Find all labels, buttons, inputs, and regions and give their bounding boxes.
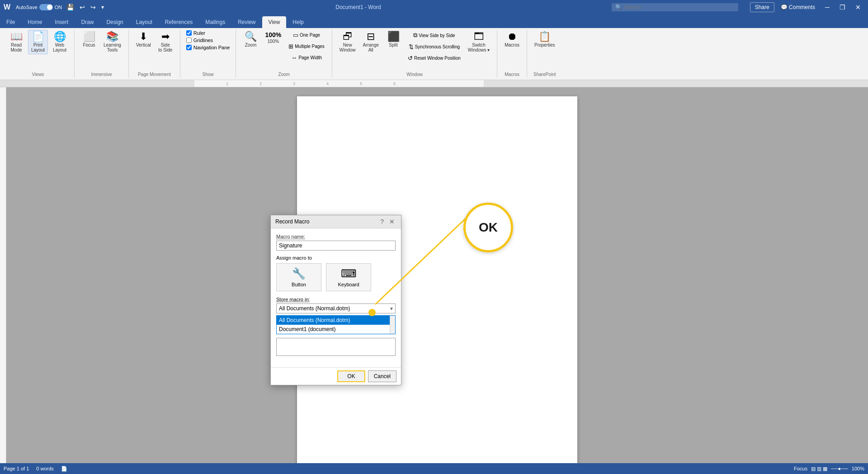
dropdown-item-all-docs[interactable]: All Documents (Normal.dotm) <box>277 316 390 325</box>
side-to-side-button[interactable]: ➡ Sideto Side <box>156 30 175 54</box>
tab-help[interactable]: Help <box>286 16 310 28</box>
tab-view[interactable]: View <box>262 16 287 28</box>
redo-icon[interactable]: ↪ <box>90 3 97 12</box>
nav-pane-checkbox[interactable] <box>186 45 192 50</box>
web-layout-button[interactable]: 🌐 WebLayout <box>50 30 70 54</box>
sync-scroll-icon: ⇅ <box>409 43 414 50</box>
button-assign-label: Button <box>292 282 306 287</box>
main-area: Record Macro ? ✕ Macro name: Assign macr… <box>0 87 868 474</box>
learning-tools-button[interactable]: 📚 LearningTools <box>101 30 124 54</box>
dialog-ok-button[interactable]: OK <box>337 370 365 382</box>
web-layout-icon: 🌐 <box>54 32 66 42</box>
dialog-help-button[interactable]: ? <box>378 218 386 225</box>
ruler-check[interactable]: Ruler <box>185 30 231 36</box>
dialog-title: Record Macro <box>275 218 309 225</box>
zoom-group-label: Zoom <box>237 72 330 77</box>
learning-tools-label: LearningTools <box>104 43 121 52</box>
title-bar-left: W AutoSave ON 💾 ↩ ↪ ▾ <box>4 3 105 12</box>
switch-windows-button[interactable]: 🗔 SwitchWindows ▾ <box>465 30 492 54</box>
zoom-button[interactable]: 🔍 Zoom <box>241 30 260 49</box>
status-bar: Page 1 of 1 0 words 📄 Focus ▤ ▥ ▦ ──●── … <box>0 463 868 474</box>
zoom-percent[interactable]: 100% <box>852 466 864 471</box>
view-side-by-side-icon: ⧉ <box>413 32 417 39</box>
multiple-pages-label: Multiple Pages <box>295 44 325 49</box>
dropdown-list: All Documents (Normal.dotm) Document1 (d… <box>276 315 396 334</box>
vertical-icon: ⬇ <box>139 32 147 42</box>
comments-button[interactable]: 💬 Comments <box>777 2 819 12</box>
read-mode-button[interactable]: 📖 ReadMode <box>6 30 26 54</box>
view-side-by-side-button[interactable]: ⧉ View Side by Side <box>405 30 463 41</box>
zoom-100-icon: 100% <box>265 32 281 38</box>
zoom-label: Zoom <box>245 43 257 47</box>
document-title: Document1 - Word <box>335 4 381 10</box>
button-assign-btn[interactable]: 🔧 Button <box>276 263 321 291</box>
vertical-label: Vertical <box>136 43 151 47</box>
page-width-icon: ↔ <box>291 54 297 61</box>
gridlines-checkbox[interactable] <box>186 38 192 43</box>
close-button[interactable]: ✕ <box>852 2 864 13</box>
minimize-button[interactable]: ─ <box>821 2 833 13</box>
properties-icon: 📋 <box>538 32 551 42</box>
one-page-button[interactable]: ▭ One Page <box>286 30 327 40</box>
zoom-icon: 🔍 <box>245 32 257 42</box>
tab-design[interactable]: Design <box>100 16 129 28</box>
dropdown-item-document1[interactable]: Document1 (document) <box>277 325 390 334</box>
nav-pane-check[interactable]: Navigation Pane <box>185 44 231 51</box>
word-count: 0 words <box>36 466 54 471</box>
tab-review[interactable]: Review <box>231 16 262 28</box>
store-select[interactable]: All Documents (Normal.dotm) Document1 (d… <box>276 303 396 313</box>
ribbon: File Home Insert Draw Design Layout Refe… <box>0 14 868 80</box>
search-input[interactable] <box>624 4 723 10</box>
undo-icon[interactable]: ↩ <box>79 3 86 12</box>
autosave-on-text: ON <box>55 5 62 10</box>
print-layout-icon: 📄 <box>32 32 44 42</box>
vertical-button[interactable]: ⬇ Vertical <box>133 30 154 49</box>
view-mode-icons: ▤ ▥ ▦ <box>811 466 827 472</box>
print-layout-button[interactable]: 📄 PrintLayout <box>28 30 48 54</box>
side-to-side-icon: ➡ <box>161 32 170 42</box>
dialog-close-button[interactable]: ✕ <box>387 218 396 225</box>
tab-draw[interactable]: Draw <box>75 16 100 28</box>
description-textarea[interactable] <box>276 338 396 356</box>
macro-name-input[interactable] <box>276 241 396 251</box>
tab-home[interactable]: Home <box>21 16 48 28</box>
ruler-checkbox[interactable] <box>186 30 192 36</box>
zoom-100-button[interactable]: 100% 100% <box>262 30 284 46</box>
dialog-titlebar-btns: ? ✕ <box>378 218 396 225</box>
focus-label[interactable]: Focus <box>794 466 807 471</box>
page-width-button[interactable]: ↔ Page Width <box>286 52 327 63</box>
tab-layout[interactable]: Layout <box>130 16 159 28</box>
restore-button[interactable]: ❐ <box>836 2 849 13</box>
more-tools-icon[interactable]: ▾ <box>100 3 105 11</box>
dialog-cancel-button[interactable]: Cancel <box>368 370 396 382</box>
macros-icon: ⏺ <box>507 32 517 42</box>
reset-window-button[interactable]: ↺ Reset Window Position <box>405 53 463 63</box>
sync-scroll-button[interactable]: ⇅ Synchronous Scrolling <box>405 42 463 52</box>
autosave-toggle[interactable] <box>39 4 53 10</box>
arrange-all-button[interactable]: ⊟ ArrangeAll <box>360 30 382 54</box>
dropdown-scrollbar[interactable] <box>390 316 395 334</box>
keyboard-assign-btn[interactable]: ⌨ Keyboard <box>326 263 371 291</box>
ribbon-group-sharepoint: 📋 Properties SharePoint <box>529 30 562 78</box>
macro-name-label: Macro name: <box>276 234 396 239</box>
show-group-label: Show <box>181 72 235 77</box>
split-button[interactable]: ⬛ Split <box>383 30 403 49</box>
focus-button[interactable]: ⬜ Focus <box>79 30 99 49</box>
properties-button[interactable]: 📋 Properties <box>532 30 558 49</box>
tab-references[interactable]: References <box>159 16 199 28</box>
title-bar-center: Document1 - Word <box>335 4 381 10</box>
tab-insert[interactable]: Insert <box>48 16 75 28</box>
gridlines-check[interactable]: Gridlines <box>185 37 231 43</box>
focus-label: Focus <box>83 43 95 47</box>
reset-window-label: Reset Window Position <box>414 56 461 61</box>
multiple-pages-button[interactable]: ⊞ Multiple Pages <box>286 41 327 52</box>
new-window-button[interactable]: 🗗 NewWindow <box>337 30 359 54</box>
tab-mailings[interactable]: Mailings <box>199 16 231 28</box>
macros-label: Macros <box>505 43 519 47</box>
macros-button[interactable]: ⏺ Macros <box>502 30 522 49</box>
save-icon[interactable]: 💾 <box>66 3 75 12</box>
dialog-titlebar: Record Macro ? ✕ <box>271 215 401 228</box>
zoom-slider[interactable]: ──●── <box>831 466 848 471</box>
share-button[interactable]: Share <box>750 2 774 12</box>
tab-file[interactable]: File <box>0 16 21 28</box>
